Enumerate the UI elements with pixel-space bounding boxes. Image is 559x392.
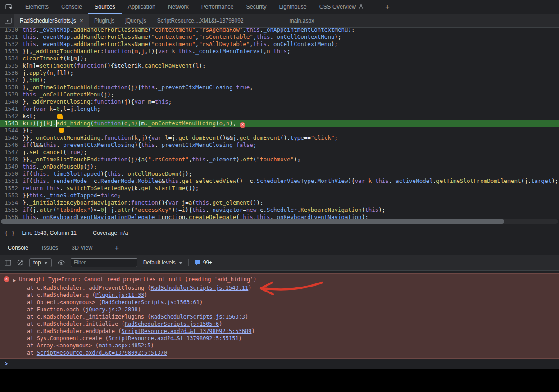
stack-frame-link[interactable]: RadSchedulerScripts.js:1505:6 [125,321,219,327]
line-number-gutter[interactable]: 1546 [0,141,23,149]
code-line[interactable]: k<l; [23,113,36,120]
pretty-print-button[interactable]: { } [5,230,15,237]
horizontal-scrollbar[interactable] [1,219,558,224]
stack-frame-link[interactable]: RadSchedulerScripts.js:1563:61 [102,299,200,305]
code-line[interactable]: return this._switchToSelectedDay(k.get_s… [23,185,199,192]
line-number-gutter[interactable]: 1544 [0,127,23,134]
code-line[interactable]: k[m]=setTimeout(function(){$telerik.canc… [23,62,205,69]
code-line[interactable]: },_addPreventClosing:function(j){var m=t… [23,98,172,105]
file-tab-radschedulerscripts-js[interactable]: RadSchedulerScripts.js × [14,14,89,27]
more-panels-button[interactable]: + [382,3,393,11]
file-tab-jquery-js[interactable]: jQuery.js [120,14,151,27]
file-tab-scriptresource-xm1-t-13798092[interactable]: ScriptResource....XM1&t=13798092 [152,14,249,27]
line-number-gutter[interactable]: 1541 [0,105,23,113]
stack-frame-link[interactable]: ScriptResource.axd?d…&t=13798092:5:55151 [109,335,239,342]
code-line[interactable]: },_initializeKeyboardNavigation:function… [23,199,263,206]
file-tab-plugin-js[interactable]: Plugin.js [89,14,120,27]
stack-frame-link[interactable]: ScriptResource.axd?d…&t=13798092:5:51370 [37,350,167,356]
console-sidebar-toggle-button[interactable] [5,260,11,266]
selection-handle-top[interactable] [57,114,63,119]
line-number-gutter[interactable]: 1533 [0,48,23,55]
javascript-context-selector[interactable]: top [29,258,52,267]
code-line[interactable]: j.set_cancel(true); [23,149,87,156]
code-line[interactable]: }},_onTimeSlotTouchEnd:function(j){a(".r… [23,156,300,163]
line-number-gutter[interactable]: 1534 [0,55,23,62]
panel-tab-elements[interactable]: Elements [19,0,55,14]
panel-tab-security[interactable]: Security [240,0,273,14]
panel-tab-css-overview[interactable]: CSS Overview [313,0,370,14]
code-line[interactable]: if(this._renderMode==c.RenderMode.Mobile… [23,178,558,185]
line-number-gutter[interactable]: 1553 [0,192,23,199]
panel-tab-sources[interactable]: Sources [88,0,122,14]
inspect-element-button[interactable] [3,0,15,14]
panel-tab-lighthouse[interactable]: Lighthouse [273,0,313,14]
console-filter-input[interactable] [71,258,137,267]
line-number-gutter[interactable]: 1555 [0,206,23,214]
code-line[interactable]: if(j.attr("tabIndex")>=0||j.attr("access… [23,206,385,214]
panel-tab-network[interactable]: Network [162,0,195,14]
line-number-gutter[interactable]: 1552 [0,185,23,192]
line-number-gutter[interactable]: 1549 [0,163,23,170]
line-number-gutter[interactable]: 1545 [0,134,23,141]
drawer-tab-3d-view[interactable]: 3D View [65,241,99,255]
line-number-gutter[interactable]: 1543 [0,120,23,127]
code-line[interactable]: this._eventMap.addHandlerForClassName("c… [23,41,338,48]
more-drawer-tools-button[interactable]: + [111,244,123,252]
code-line[interactable]: this._onCellContextMenu(j); [23,91,114,98]
line-number-gutter[interactable]: 1531 [0,33,23,41]
panel-tab-performance[interactable]: Performance [195,0,240,14]
line-number-gutter[interactable]: 1536 [0,69,23,77]
line-number-gutter[interactable]: 1532 [0,41,23,48]
code-line[interactable]: },_onTimeSlotTouchHold:function(j){this.… [23,84,253,91]
line-number-gutter[interactable]: 1540 [0,98,23,105]
code-line[interactable]: if(l&&this._preventCtxMenuClosing){this.… [23,141,256,149]
expand-triangle-icon[interactable]: ▶ [13,277,16,284]
code-line[interactable]: }}this._timeSlotTapped=false; [23,192,121,199]
code-line[interactable]: },500); [23,77,46,84]
selection-handle-bottom[interactable] [59,128,64,133]
line-number-gutter[interactable]: 1539 [0,91,23,98]
scrollbar-thumb[interactable] [1,219,504,224]
code-line[interactable]: j.apply(n,[l]); [23,69,73,77]
code-editor[interactable]: 1530 this._eventMap.addHandlerForClassNa… [0,28,559,225]
empty-area [0,369,559,392]
line-number-gutter[interactable]: 1542 [0,113,23,120]
code-line[interactable]: clearTimeout(k[m]); [23,55,87,62]
code-line[interactable]: }},_onContextMenuHiding:function(k,j){va… [23,134,338,141]
create-live-expression-button[interactable] [58,260,65,265]
clear-console-button[interactable] [17,260,23,266]
line-number-gutter[interactable]: 1548 [0,156,23,163]
code-line[interactable]: }); [23,127,33,134]
code-line[interactable]: this._eventMap.addHandlerForClassName("c… [23,28,355,33]
stack-frame-link[interactable]: main.aspx:4852:5 [99,342,151,349]
line-number-gutter[interactable]: 1554 [0,199,23,206]
line-number-gutter[interactable]: 1550 [0,170,23,178]
stack-frame-link[interactable]: jQuery.js:2:2898 [86,306,138,313]
file-tab-main-aspx[interactable]: main.aspx [284,14,320,27]
file-tab-label: Plugin.js [94,18,114,24]
code-line[interactable]: this._onDocMouseUp(j); [23,163,97,170]
console-prompt[interactable] [0,359,559,369]
stack-frame-link[interactable]: Plugin.js:11:33 [95,292,144,298]
code-line[interactable]: if(this._timeSlotTapped){this._onCellMou… [23,170,192,178]
line-number-gutter[interactable]: 1537 [0,77,23,84]
panel-tab-console[interactable]: Console [55,0,88,14]
stack-frame-link[interactable]: RadSchedulerScripts.js:1563:3 [151,314,245,320]
line-number-gutter[interactable]: 1538 [0,84,23,91]
issues-counter[interactable]: 99+ [195,260,212,266]
toggle-navigator-button[interactable] [2,14,14,27]
close-tab-icon[interactable]: × [80,18,83,24]
line-number-gutter[interactable]: 1530 [0,28,23,33]
log-levels-dropdown[interactable]: Default levels [143,260,182,266]
code-line[interactable]: }},_addLongTouchHandler:function(m,j,l){… [23,48,291,55]
drawer-tab-issues[interactable]: Issues [35,241,65,255]
line-number-gutter[interactable]: 1547 [0,149,23,156]
drawer-tab-console[interactable]: Console [1,241,35,255]
stack-frame-link[interactable]: RadSchedulerScripts.js:1543:11 [151,285,249,291]
code-line[interactable]: this._eventMap.addHandlerForClassName("c… [23,33,341,41]
line-number-gutter[interactable]: 1551 [0,178,23,185]
code-line[interactable]: for(var k=0,l=j.length; [23,105,100,113]
line-number-gutter[interactable]: 1535 [0,62,23,69]
stack-frame-link[interactable]: ScriptResource.axd?d…&t=13798092:5:53689 [122,328,252,334]
panel-tab-application[interactable]: Application [122,0,162,14]
